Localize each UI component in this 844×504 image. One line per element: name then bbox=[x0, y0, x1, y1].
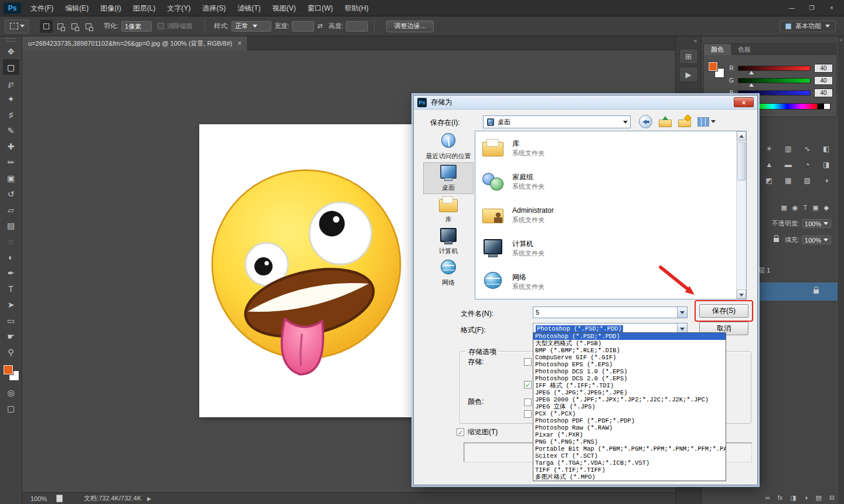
format-option[interactable]: TIFF (*.TIF;*.TIFF) bbox=[533, 466, 726, 474]
move-tool[interactable]: ✥ bbox=[3, 43, 19, 59]
format-option[interactable]: BMP (*.BMP;*.RLE;*.DIB) bbox=[533, 347, 726, 354]
levels-icon[interactable]: ▥ bbox=[781, 144, 796, 154]
menu-item[interactable]: 滤镜(T) bbox=[232, 0, 266, 16]
fill-value[interactable]: 100% bbox=[802, 236, 831, 244]
store-option-checkbox[interactable] bbox=[524, 358, 532, 366]
new-folder-button[interactable] bbox=[678, 117, 691, 127]
new-selection-button[interactable] bbox=[40, 20, 53, 33]
eraser-tool[interactable]: ▱ bbox=[3, 202, 19, 217]
foreground-color-swatch[interactable] bbox=[4, 365, 13, 374]
file-row-computer[interactable]: 计算机 系统文件夹 bbox=[475, 231, 746, 265]
file-row-libraries[interactable]: 库 系统文件夹 bbox=[475, 131, 746, 165]
photo-filter-icon[interactable]: ◩ bbox=[762, 176, 777, 185]
format-option[interactable]: Portable Bit Map (*.PBM;*.PGM;*.PPM;*.PN… bbox=[533, 445, 726, 452]
collapse-dock-icon[interactable]: « bbox=[838, 36, 844, 44]
screen-mode-button[interactable]: ▢ bbox=[3, 400, 19, 416]
smart-filter-icon[interactable]: ◆ bbox=[824, 204, 829, 212]
toolbar-grip[interactable] bbox=[6, 38, 16, 42]
lasso-tool[interactable]: ℘ bbox=[3, 75, 19, 91]
format-option[interactable]: Targa (*.TGA;*.VDA;*.ICB;*.VST) bbox=[533, 459, 726, 466]
file-row-user[interactable]: Administrator 系统文件夹 bbox=[475, 198, 746, 231]
document-tab[interactable]: u=2684233735,3898701102&fm=26&gp=0.jpg @… bbox=[22, 36, 248, 50]
scrollbar-thumb[interactable] bbox=[737, 142, 746, 181]
thumbnail-checkbox[interactable]: ✓ 缩览图(T) bbox=[457, 427, 498, 437]
close-button[interactable]: × bbox=[823, 3, 840, 13]
format-option[interactable]: 多图片格式 (*.MPO) bbox=[533, 474, 726, 481]
place-libraries[interactable]: 库 bbox=[423, 194, 474, 226]
invert-icon[interactable]: ◑ bbox=[819, 176, 834, 185]
format-option[interactable]: Scitex CT (*.SCT) bbox=[533, 452, 726, 459]
zoom-level[interactable]: 100% bbox=[30, 495, 47, 502]
add-selection-button[interactable] bbox=[54, 20, 67, 33]
menu-item[interactable]: 图像(I) bbox=[94, 0, 127, 16]
chevron-down-icon[interactable] bbox=[677, 307, 687, 318]
channel-slider[interactable] bbox=[738, 66, 811, 71]
opacity-value[interactable]: 100% bbox=[802, 219, 831, 228]
save-button[interactable]: 保存(S) bbox=[699, 304, 748, 318]
clone-source-panel-icon[interactable]: ⊞ bbox=[679, 49, 698, 64]
color-option-checkbox[interactable] bbox=[524, 399, 532, 406]
shape-tool[interactable]: ▭ bbox=[3, 312, 19, 328]
menu-item[interactable]: 窗口(W) bbox=[302, 0, 339, 16]
view-menu-button[interactable] bbox=[697, 117, 716, 127]
place-network[interactable]: 网络 bbox=[423, 257, 474, 289]
filename-input[interactable]: 5 bbox=[533, 307, 688, 318]
up-one-level-button[interactable] bbox=[659, 117, 672, 127]
healing-brush-tool[interactable]: ✚ bbox=[3, 138, 19, 154]
menu-item[interactable]: 选择(S) bbox=[196, 0, 232, 16]
effect-filter-icon[interactable]: ◉ bbox=[792, 204, 798, 212]
foreground-color-swatch[interactable] bbox=[709, 62, 717, 71]
quick-selection-tool[interactable]: ✦ bbox=[3, 91, 19, 107]
file-row-homegroup[interactable]: 家庭组 系统文件夹 bbox=[475, 165, 746, 198]
width-input[interactable] bbox=[292, 21, 314, 32]
format-option[interactable]: JPEG (*.JPG;*.JPEG;*.JPE) bbox=[533, 389, 726, 396]
format-option[interactable]: CompuServe GIF (*.GIF) bbox=[533, 354, 726, 361]
lock-icon[interactable] bbox=[774, 238, 779, 242]
back-button[interactable] bbox=[639, 115, 652, 128]
scroll-up-button[interactable] bbox=[737, 131, 746, 141]
history-brush-tool[interactable]: ↺ bbox=[3, 186, 19, 202]
antialias-checkbox[interactable]: 消除锯齿 bbox=[158, 22, 193, 30]
swap-dimensions-icon[interactable]: ⇄ bbox=[317, 22, 322, 30]
format-option[interactable]: Photoshop EPS (*.EPS) bbox=[533, 361, 726, 368]
intersect-selection-button[interactable] bbox=[82, 20, 95, 33]
image-artboard[interactable] bbox=[199, 124, 413, 417]
format-option[interactable]: JPEG 2000 (*.JPF;*.JPX;*.JP2;*.J2C;*.J2K… bbox=[533, 396, 726, 403]
file-row-network[interactable]: 网络 系统文件夹 bbox=[475, 265, 746, 298]
format-option[interactable]: IFF 格式 (*.IFF;*.TDI) bbox=[533, 382, 726, 389]
type-filter-icon[interactable]: T bbox=[803, 204, 807, 212]
menu-item[interactable]: 图层(L) bbox=[127, 0, 162, 16]
brightness-contrast-icon[interactable]: ☀ bbox=[762, 144, 777, 154]
format-option[interactable]: JPEG 立体 (*.JPS) bbox=[533, 403, 726, 410]
color-option-checkbox-2[interactable] bbox=[524, 410, 532, 418]
channel-value[interactable]: 40 bbox=[814, 64, 833, 73]
layer-group-icon[interactable]: ▤ bbox=[815, 495, 821, 501]
slider-handle-icon[interactable] bbox=[749, 71, 754, 74]
tab-close-icon[interactable]: × bbox=[237, 39, 241, 47]
adjustment-layer-icon[interactable]: ◑ bbox=[804, 495, 808, 501]
hand-tool[interactable]: ☛ bbox=[3, 328, 19, 344]
dodge-tool[interactable]: ◐ bbox=[3, 249, 19, 265]
store-option-checkbox-checked[interactable]: ✓ bbox=[524, 381, 532, 389]
format-option[interactable]: PNG (*.PNG;*.PNS) bbox=[533, 438, 726, 445]
color-swatches[interactable] bbox=[3, 365, 19, 381]
clone-stamp-tool[interactable]: ▣ bbox=[3, 170, 19, 186]
panel-color-swatches[interactable] bbox=[709, 62, 724, 77]
refine-edge-button[interactable]: 调整边缘… bbox=[386, 21, 434, 32]
format-option[interactable]: Photoshop DCS 2.0 (*.EPS) bbox=[533, 375, 726, 382]
brush-tool[interactable]: ✏ bbox=[3, 154, 19, 170]
format-option[interactable]: Photoshop DCS 1.0 (*.EPS) bbox=[533, 368, 726, 375]
chevron-down-icon[interactable] bbox=[621, 116, 630, 128]
panel-tab[interactable]: 颜色 bbox=[704, 44, 731, 55]
format-option[interactable]: Photoshop (*.PSD;*.PDD) bbox=[533, 333, 726, 340]
layer-effects-icon[interactable]: fx bbox=[778, 495, 783, 501]
panel-tab[interactable]: 色板 bbox=[731, 44, 758, 55]
shape-filter-icon[interactable]: ▣ bbox=[812, 204, 818, 212]
menu-item[interactable]: 视图(V) bbox=[267, 0, 302, 16]
place-recent[interactable]: 最近访问的位置 bbox=[423, 131, 474, 162]
menu-item[interactable]: 编辑(E) bbox=[59, 0, 94, 16]
dialog-close-button[interactable]: × bbox=[734, 97, 754, 107]
style-select[interactable]: 正常 bbox=[232, 21, 271, 32]
link-layers-icon[interactable]: ∞ bbox=[765, 495, 770, 501]
file-list-scrollbar[interactable] bbox=[736, 131, 746, 299]
